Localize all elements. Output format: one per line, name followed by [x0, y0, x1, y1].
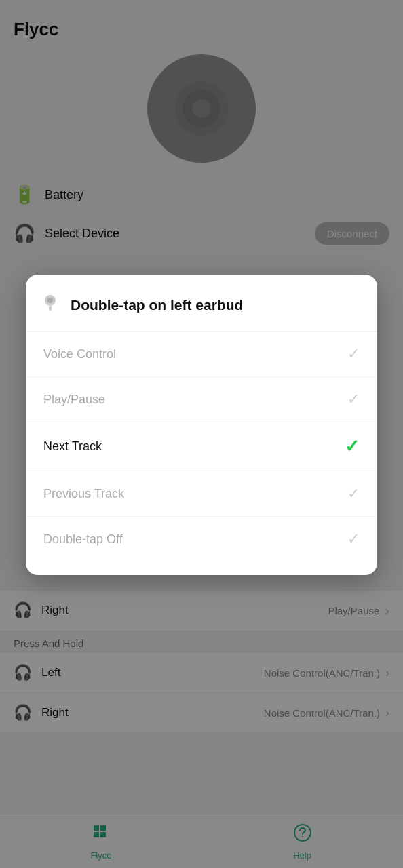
option-double-tap-off[interactable]: Double-tap Off ✓ — [26, 517, 377, 561]
next-track-label: Next Track — [43, 439, 102, 454]
modal-title: Double-tap on left earbud — [71, 297, 243, 313]
double-tap-off-label: Double-tap Off — [43, 532, 123, 547]
svg-rect-11 — [49, 306, 52, 311]
double-tap-modal: Double-tap on left earbud Voice Control … — [26, 275, 377, 575]
voice-control-label: Voice Control — [43, 347, 116, 361]
modal-header: Double-tap on left earbud — [26, 294, 377, 332]
option-voice-control[interactable]: Voice Control ✓ — [26, 332, 377, 377]
option-previous-track[interactable]: Previous Track ✓ — [26, 471, 377, 517]
voice-control-check-icon: ✓ — [347, 345, 360, 363]
double-tap-off-check-icon: ✓ — [347, 530, 360, 548]
option-next-track[interactable]: Next Track ✓ — [26, 422, 377, 471]
previous-track-label: Previous Track — [43, 487, 124, 501]
svg-point-10 — [47, 298, 53, 303]
play-pause-label: Play/Pause — [43, 393, 105, 407]
modal-earbud-icon — [43, 294, 61, 316]
previous-track-check-icon: ✓ — [347, 485, 360, 502]
option-play-pause[interactable]: Play/Pause ✓ — [26, 377, 377, 422]
next-track-check-icon: ✓ — [345, 436, 360, 457]
play-pause-check-icon: ✓ — [347, 391, 360, 408]
